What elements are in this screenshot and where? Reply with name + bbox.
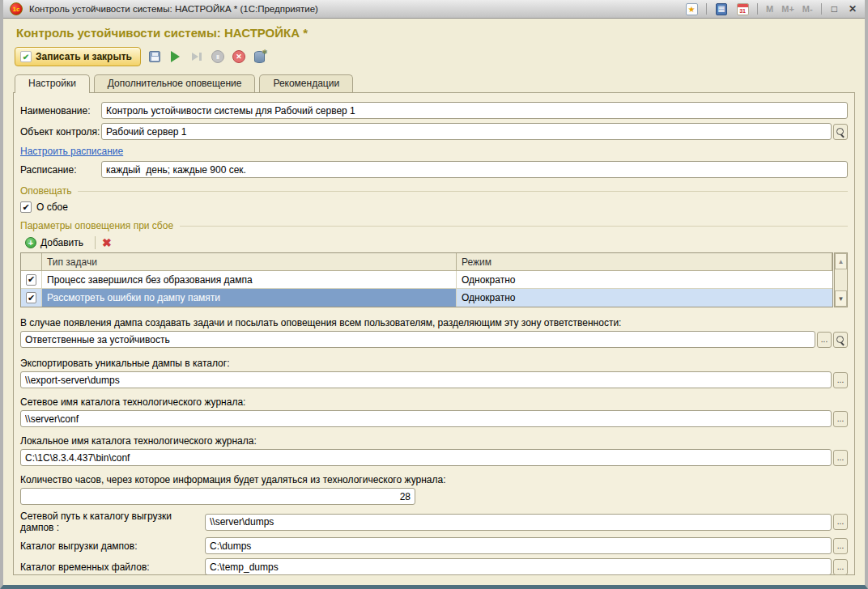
memory-m-button[interactable]: M: [764, 4, 775, 14]
control-object-label: Объект контроля:: [20, 126, 101, 138]
hours-input[interactable]: [20, 488, 415, 505]
local-log-dir-browse-button[interactable]: ...: [833, 450, 848, 466]
hours-label: Количество часов, через которое информац…: [20, 474, 848, 485]
titlebar-separator: [757, 3, 758, 15]
control-object-lookup-button[interactable]: [833, 124, 848, 140]
db-config-icon-button[interactable]: [253, 49, 267, 64]
schedule-label: Расписание:: [20, 164, 101, 176]
name-input[interactable]: [101, 102, 848, 119]
calendar-button[interactable]: 31: [734, 2, 751, 16]
add-button[interactable]: + Добавить: [20, 235, 88, 250]
pause-icon-button[interactable]: ‖: [211, 49, 225, 64]
stop-icon: ✕: [232, 50, 245, 63]
favorites-icon: ★: [686, 3, 698, 15]
step-icon-button[interactable]: [189, 49, 204, 64]
row-checkbox[interactable]: [26, 292, 36, 303]
temp-dir-browse-button[interactable]: ...: [833, 559, 848, 575]
net-log-dir-browse-button[interactable]: ...: [833, 411, 848, 427]
failure-checkbox-row[interactable]: О сбое: [20, 201, 848, 213]
tab-bar: Настройки Дополнительное оповещение Реко…: [15, 74, 865, 92]
table-row[interactable]: Процесс завершился без образования дампа…: [21, 271, 832, 289]
calculator-button[interactable]: ▦: [713, 2, 730, 16]
table-row-selected[interactable]: Рассмотреть ошибки по дампу памяти Однок…: [21, 289, 832, 307]
window-title: Контроль устойчивости системы: НАСТРОЙКА…: [29, 4, 683, 14]
titlebar: 1с Контроль устойчивости системы: НАСТРО…: [3, 0, 865, 19]
net-log-dir-input[interactable]: [20, 410, 832, 427]
table-scrollbar[interactable]: ▲ ▼: [834, 252, 848, 307]
app-logo-icon: 1с: [10, 2, 23, 15]
failure-params-group-label: Параметры оповещения при сбое: [20, 220, 173, 231]
tasks-table-wrap: Тип задачи Режим Процесс завершился без …: [20, 252, 848, 307]
window-bottom-strip: [3, 575, 865, 585]
temp-dir-label: Каталог временных файлов:: [20, 561, 205, 573]
net-dump-path-browse-button[interactable]: ...: [833, 514, 848, 530]
close-button[interactable]: ✕: [845, 3, 860, 15]
page-title: Контроль устойчивости системы: НАСТРОЙКА…: [16, 26, 865, 40]
export-dir-browse-button[interactable]: ...: [833, 372, 848, 388]
dump-dir-label: Каталог выгрузки дампов:: [20, 540, 205, 552]
table-header-row: Тип задачи Режим: [21, 253, 832, 271]
failure-checkbox[interactable]: [20, 201, 32, 213]
mode-cell[interactable]: Однократно: [457, 289, 832, 307]
dump-dir-input[interactable]: [205, 537, 832, 554]
control-object-input[interactable]: [101, 123, 832, 140]
scroll-up-icon[interactable]: ▲: [835, 253, 847, 269]
task-cell[interactable]: Процесс завершился без образования дампа: [42, 271, 457, 288]
scroll-down-icon[interactable]: ▼: [835, 290, 847, 307]
calendar-icon: 31: [737, 3, 749, 15]
dump-dir-browse-button[interactable]: ...: [833, 538, 848, 554]
toolbar: ✔ Записать и закрыть ‖ ✕: [15, 46, 865, 67]
configure-schedule-link[interactable]: Настроить расписание: [20, 146, 848, 157]
row-checkbox[interactable]: [26, 274, 36, 286]
local-log-dir-label: Локальное имя каталога технологического …: [20, 435, 848, 447]
app-window: 1с Контроль устойчивости системы: НАСТРО…: [0, 0, 868, 589]
checkbox-column-header[interactable]: [21, 253, 42, 270]
favorites-button[interactable]: ★: [683, 2, 700, 16]
name-label: Наименование:: [20, 105, 101, 117]
net-dump-path-input[interactable]: [205, 514, 832, 531]
failure-checkbox-label: О сбое: [36, 201, 68, 213]
toolbar-divider: [95, 236, 96, 249]
zone-browse-button[interactable]: ...: [817, 332, 832, 348]
titlebar-separator: [706, 3, 707, 15]
task-column-header[interactable]: Тип задачи: [42, 253, 457, 270]
net-dump-path-label: Сетевой путь к каталогу выгрузки дампов …: [20, 511, 205, 533]
export-dir-label: Экспортировать уникальные дампы в катало…: [20, 358, 848, 369]
plus-circle-icon: +: [25, 237, 36, 248]
tab-settings[interactable]: Настройки: [15, 74, 90, 92]
stop-icon-button[interactable]: ✕: [232, 49, 246, 64]
mode-column-header[interactable]: Режим: [457, 253, 832, 270]
temp-dir-input[interactable]: [205, 558, 832, 575]
schedule-input[interactable]: [101, 161, 848, 178]
run-icon-button[interactable]: [168, 49, 183, 64]
notify-group-label: Оповещать: [20, 185, 71, 197]
floppy-icon: [149, 51, 160, 62]
local-log-dir-input[interactable]: [20, 449, 832, 466]
notify-group: Оповещать: [20, 185, 848, 197]
save-close-button[interactable]: ✔ Записать и закрыть: [15, 47, 141, 66]
maximize-button[interactable]: □: [828, 3, 840, 15]
calculator-icon: ▦: [716, 3, 727, 15]
zone-lookup-button[interactable]: [833, 332, 848, 348]
add-button-label: Добавить: [40, 237, 83, 248]
task-cell[interactable]: Рассмотреть ошибки по дампу памяти: [42, 289, 457, 307]
group-divider: [180, 226, 848, 227]
save-icon-button[interactable]: [147, 49, 162, 64]
memory-mminus-button[interactable]: M-: [801, 4, 815, 14]
tasks-table: Тип задачи Режим Процесс завершился без …: [20, 252, 833, 307]
memory-mplus-button[interactable]: M+: [780, 4, 796, 14]
tab-recommendations[interactable]: Рекомендации: [259, 74, 353, 92]
zone-label: В случае появления дампа создавать задач…: [20, 317, 848, 328]
titlebar-separator: [821, 3, 822, 15]
play-icon: [171, 51, 180, 62]
magnifier-icon: [836, 335, 845, 345]
tab-additional-notification[interactable]: Дополнительное оповещение: [94, 74, 256, 92]
export-dir-input[interactable]: [20, 371, 832, 388]
settings-tab-page: Наименование: Объект контроля: Настроить…: [13, 92, 855, 575]
database-gear-icon: [254, 51, 265, 63]
delete-button[interactable]: ✖: [102, 236, 112, 249]
failure-params-group: Параметры оповещения при сбое: [20, 220, 848, 231]
mode-cell[interactable]: Однократно: [457, 271, 832, 288]
zone-input[interactable]: [20, 331, 815, 348]
net-log-dir-label: Сетевое имя каталога технологического жу…: [20, 396, 848, 408]
